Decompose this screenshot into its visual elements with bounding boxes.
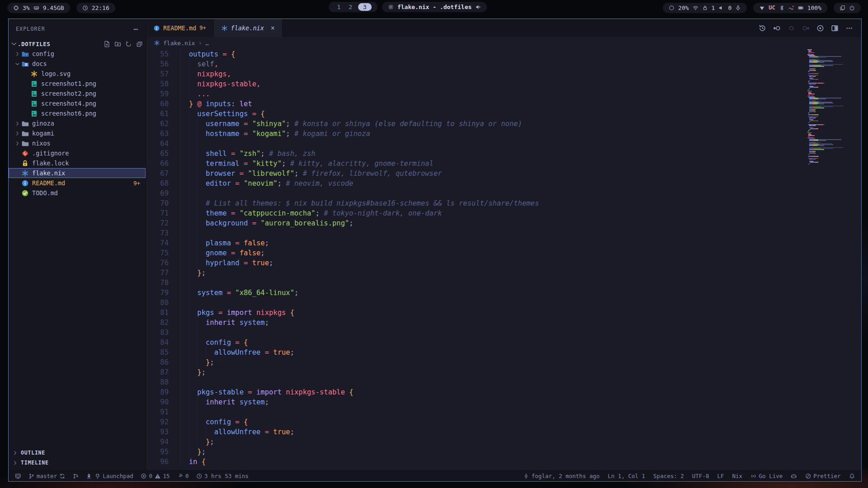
system-stats-pill[interactable]: 3%9.45GB [7,3,70,13]
minimap[interactable] [805,49,861,470]
nav-neutral-icon[interactable] [788,24,795,32]
new-folder-icon[interactable] [114,41,121,47]
tree-item-flake.lock[interactable]: flake.lock [9,158,146,168]
tree-item-config[interactable]: config [9,49,146,59]
code-line-68[interactable]: 68 editor = "neovim"; # neovim, vscode [146,178,805,188]
nav-forward-icon[interactable] [802,24,810,32]
breadcrumb-more[interactable]: … [205,40,209,47]
code-line-67[interactable]: 67 browser = "librewolf"; # firefox, lib… [146,169,805,178]
workspace-2[interactable]: 2 [346,4,354,10]
code-line-59[interactable]: 59 ... [146,89,805,99]
tree-item-screenshot2.png[interactable]: screenshot2.png [9,89,146,99]
split-editor-icon[interactable] [831,24,839,32]
eol[interactable]: LF [717,473,724,479]
workspace-3[interactable]: 3 [358,3,372,11]
clock-pill[interactable]: 22:16 [76,3,115,13]
tree-item-flake.nix[interactable]: flake.nix [9,168,146,178]
code-line-78[interactable]: 78 [146,278,805,288]
code-line-84[interactable]: 84 config = { [146,338,805,347]
notifications[interactable] [849,473,855,479]
code-line-72[interactable]: 72 background = "aurora_borealis.png"; [146,218,805,228]
code-line-95[interactable]: 95 }; [146,447,805,457]
close-tab-icon[interactable]: × [271,25,275,32]
ports[interactable]: 0 [177,473,189,479]
code-line-76[interactable]: 76 hyprland = true; [146,258,805,268]
code-line-85[interactable]: 85 allowUnfree = true; [146,347,805,357]
code-line-73[interactable]: 73 [146,228,805,238]
tree-item-kogami[interactable]: kogami [9,128,146,138]
code-line-57[interactable]: 57 nixpkgs, [146,69,805,79]
remote-indicator[interactable] [15,473,21,479]
encoding[interactable]: UTF-8 [692,473,709,479]
new-file-icon[interactable] [104,41,110,47]
tree-item-ginoza[interactable]: ginoza [9,118,146,128]
language-mode[interactable]: Nix [732,473,743,479]
code-line-80[interactable]: 80 [146,298,805,308]
code-line-77[interactable]: 77 }; [146,268,805,278]
tree-item-nixos[interactable]: nixos [9,138,146,148]
tree-item-screenshot1.png[interactable]: screenshot1.png [9,79,146,89]
code-line-74[interactable]: 74 plasma = false; [146,238,805,248]
code-line-91[interactable]: 91 [146,407,805,417]
launchpad[interactable]: Launchpad [86,473,133,479]
nav-back-icon[interactable] [773,24,781,32]
code-line-70[interactable]: 70 # List all themes: $ nix build nixpkg… [146,198,805,208]
session-pill[interactable] [834,3,861,13]
tree-item-screenshot6.png[interactable]: screenshot6.png [9,108,146,118]
code-line-56[interactable]: 56 self, [146,59,805,69]
code-line-96[interactable]: 96 in { [146,457,805,467]
code-line-83[interactable]: 83 [146,328,805,338]
prettier[interactable]: Prettier [805,473,841,479]
code-line-69[interactable]: 69 [146,188,805,198]
wakatime[interactable]: 3 hrs 53 mins [196,473,249,479]
tree-item-screenshot4.png[interactable]: screenshot4.png [9,99,146,108]
tree-item-.gitignore[interactable]: .gitignore [9,148,146,158]
problems[interactable]: 015 [141,473,170,479]
code-line-94[interactable]: 94 }; [146,437,805,447]
tree-item-README.md[interactable]: README.md9+ [9,178,146,188]
tree-item-docs[interactable]: docs [9,59,146,69]
collapse-folders-icon[interactable] [136,41,143,47]
code-line-61[interactable]: 61 userSettings = { [146,109,805,119]
workspace-section-row[interactable]: .DOTFILES [9,39,146,49]
code-line-66[interactable]: 66 terminal = "kitty"; # kitty, alacritt… [146,159,805,169]
cursor-position[interactable]: Ln 1, Col 1 [608,473,645,479]
timeline-panel[interactable]: TIMELINE [9,458,146,468]
refresh-explorer-icon[interactable] [125,41,132,47]
code-line-62[interactable]: 62 username = "shinya"; # konsta or shin… [146,119,805,129]
code-line-86[interactable]: 86 }; [146,357,805,367]
code-line-71[interactable]: 71 theme = "catppuccin-mocha"; # tokyo-n… [146,208,805,218]
code-line-75[interactable]: 75 gnome = false; [146,248,805,258]
code-line-87[interactable]: 87 }; [146,367,805,377]
code-line-65[interactable]: 65 shell = "zsh"; # bash, zsh [146,149,805,159]
indentation[interactable]: Spaces: 2 [653,473,684,479]
explorer-more-icon[interactable]: ⋯ [133,25,138,33]
code-line-81[interactable]: 81 pkgs = import nixpkgs { [146,308,805,318]
git-blame[interactable]: foglar, 2 months ago [523,473,599,479]
timeline-history-icon[interactable] [759,24,766,32]
outline-panel[interactable]: OUTLINE [9,448,146,458]
git-branch[interactable]: master [28,473,66,479]
tree-item-TODO.md[interactable]: TODO.md [9,188,146,198]
code-line-93[interactable]: 93 allowUnfree = true; [146,427,805,437]
tab-flake.nix[interactable]: flake.nix× [214,19,283,37]
code-line-63[interactable]: 63 hostname = "kogami"; # kogami or gino… [146,129,805,139]
go-live[interactable]: Go Live [750,473,783,479]
code-line-60[interactable]: 60 } @ inputs: let [146,99,805,109]
tab-README.md[interactable]: README.md 9+ [146,19,214,37]
code-line-55[interactable]: 55 outputs = { [146,49,805,59]
more-actions-icon[interactable] [845,24,853,32]
code-line-92[interactable]: 92 config = { [146,417,805,427]
indicators-pill[interactable]: 20%10 [663,3,747,13]
code-line-90[interactable]: 90 inherit system; [146,397,805,407]
workspace-1[interactable]: 1 [335,4,343,10]
code-line-64[interactable]: 64 [146,139,805,149]
code-line-88[interactable]: 88 [146,377,805,387]
copilot[interactable] [791,473,797,479]
tree-item-logo.svg[interactable]: logo.svg [9,69,146,79]
tray-pill[interactable]: UC100% [753,3,827,13]
code-line-82[interactable]: 82 inherit system; [146,318,805,328]
git-graph[interactable] [73,473,79,479]
code-line-89[interactable]: 89 pkgs-stable = import nixpkgs-stable { [146,387,805,397]
code-editor[interactable]: 55 outputs = {56 self,57 nixpkgs,58 nixp… [146,49,805,470]
